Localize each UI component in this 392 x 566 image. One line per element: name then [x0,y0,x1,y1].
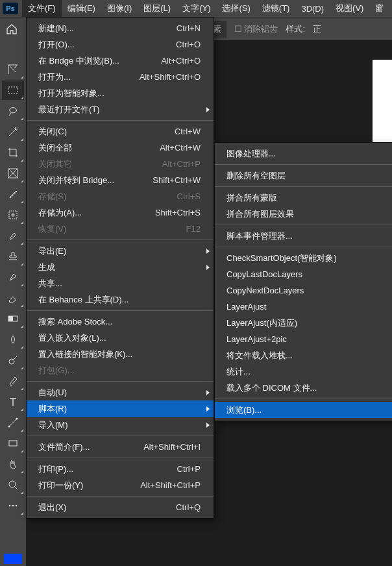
file-menu-item-3[interactable]: 打开为...Alt+Shift+Ctrl+O [27,69,214,85]
tool-move-icon[interactable] [2,60,24,79]
file-menu-item-label: 打开为智能对象... [38,88,104,99]
file-menu-item-5[interactable]: 最近打开文件(T) [27,101,214,117]
file-menu-item-label: 最近打开文件(T) [38,104,100,116]
scripts-menu-item-14[interactable]: LayerAjust+2pic [215,331,392,347]
tool-eyedrop-icon[interactable] [2,184,24,204]
tool-rect-icon[interactable] [2,434,24,453]
svg-rect-4 [8,316,13,321]
file-menu-separator [27,310,214,311]
tool-wand-icon[interactable] [2,122,24,142]
file-menu-item-10[interactable]: 关闭并转到 Bridge...Shift+Ctrl+W [27,172,214,188]
file-menu-item-12[interactable]: 存储为(A)...Shift+Ctrl+S [27,204,214,221]
submenu-arrow-icon [206,107,210,112]
file-menu-item-label: 恢复(V) [38,223,66,235]
file-menu-item-26[interactable]: 脚本(R) [27,400,214,417]
file-menu-item-7[interactable]: 关闭(C)Ctrl+W [27,123,214,140]
tool-blur-icon[interactable] [2,330,24,349]
file-menu-item-shortcut: Shift+Ctrl+W [153,175,201,185]
file-menu-item-4[interactable]: 打开为智能对象... [27,85,214,101]
scripts-menu-item-19[interactable]: 浏览(B)... [215,402,392,418]
tool-frame-icon[interactable] [2,164,24,183]
tool-heal-icon[interactable] [2,205,24,225]
file-menu-item-label: 关闭其它 [38,158,72,170]
scripts-menu-item-label: 拼合所有图层效果 [227,208,294,220]
scripts-menu-item-4[interactable]: 拼合所有蒙版 [215,190,392,206]
tool-history-icon[interactable] [2,267,24,287]
scripts-menu-item-0[interactable]: 图像处理器... [215,145,392,162]
file-menu-item-0[interactable]: 新建(N)...Ctrl+N [27,20,214,36]
tool-pen-icon[interactable] [2,371,24,391]
file-menu-item-27[interactable]: 导入(M) [27,417,214,433]
menu-文字(Y)[interactable]: 文字(Y) [177,0,216,17]
tool-lasso-icon[interactable] [2,101,24,121]
file-menu-item-17[interactable]: 共享... [27,275,214,291]
file-menu-item-31[interactable]: 打印(P)...Ctrl+P [27,461,214,477]
file-menu-item-label: 导入(M) [38,419,68,431]
file-menu-separator [27,240,214,240]
tool-brush-icon[interactable] [2,226,24,245]
file-menu-item-18[interactable]: 在 Behance 上共享(D)... [27,291,214,308]
file-menu-item-2[interactable]: 在 Bridge 中浏览(B)...Alt+Ctrl+O [27,53,214,69]
file-menu-item-20[interactable]: 搜索 Adobe Stock... [27,314,214,330]
file-menu-item-8[interactable]: 关闭全部Alt+Ctrl+W [27,140,214,156]
file-menu-item-32[interactable]: 打印一份(Y)Alt+Shift+Ctrl+P [27,477,214,493]
file-menu-item-label: 脚本(R) [38,403,67,415]
menu-3D(D)[interactable]: 3D(D) [295,1,330,16]
file-menu-item-15[interactable]: 导出(E) [27,243,214,259]
menu-图像(I)[interactable]: 图像(I) [101,0,138,17]
style-value[interactable]: 正 [313,23,321,35]
scripts-menu-item-5[interactable]: 拼合所有图层效果 [215,206,392,222]
tool-zoom-icon[interactable] [2,475,24,495]
submenu-arrow-icon [206,423,210,428]
home-icon[interactable] [3,20,21,38]
tool-dodge-icon[interactable] [2,351,24,370]
menubar: Ps 文件(F)编辑(E)图像(I)图层(L)文字(Y)选择(S)滤镜(T)3D… [0,0,392,17]
scripts-menu-item-9[interactable]: CheckSmartObject(智能对象) [215,250,392,266]
file-menu-item-shortcut: Ctrl+N [177,23,201,33]
file-menu-item-22[interactable]: 置入链接的智能对象(K)... [27,346,214,362]
menu-文件(F)[interactable]: 文件(F) [22,0,62,17]
tool-gradient-icon[interactable] [2,309,24,328]
menu-编辑(E)[interactable]: 编辑(E) [62,0,101,17]
file-menu-item-16[interactable]: 生成 [27,259,214,275]
file-menu-item-1[interactable]: 打开(O)...Ctrl+O [27,36,214,53]
svg-rect-0 [8,87,18,93]
file-menu-item-29[interactable]: 文件简介(F)...Alt+Shift+Ctrl+I [27,439,214,455]
file-menu-item-shortcut: Ctrl+S [177,191,201,201]
menu-窗[interactable]: 窗 [369,0,389,17]
menu-滤镜(T)[interactable]: 滤镜(T) [256,0,296,17]
tool-stamp-icon[interactable] [2,247,24,266]
file-menu-item-label: 置入嵌入对象(L)... [38,332,106,344]
scripts-menu-item-2[interactable]: 删除所有空图层 [215,167,392,184]
tool-marquee-icon[interactable] [2,80,24,100]
swatch-area [0,552,26,566]
menu-选择(S)[interactable]: 选择(S) [216,0,256,17]
tool-hand-icon[interactable] [2,454,24,474]
scripts-menu-item-label: LayerAjust [227,302,266,312]
scripts-menu-item-15[interactable]: 将文件载入堆栈... [215,347,392,363]
scripts-menu-item-12[interactable]: LayerAjust [215,299,392,315]
file-menu-item-label: 新建(N)... [38,23,74,34]
scripts-menu-item-16[interactable]: 统计... [215,363,392,380]
tool-more-icon[interactable] [2,496,24,515]
svg-point-11 [12,505,14,507]
tool-eraser-icon[interactable] [2,288,24,308]
scripts-menu-item-label: CopyLastDocLayers [227,269,302,279]
tool-path-icon[interactable] [2,413,24,432]
scripts-menu-item-13[interactable]: LayerAjust(内适应) [215,315,392,331]
scripts-menu-item-7[interactable]: 脚本事件管理器... [215,228,392,244]
scripts-menu-item-11[interactable]: CopyNextDocLayers [215,282,392,299]
scripts-menu-item-17[interactable]: 载入多个 DICOM 文件... [215,380,392,396]
file-menu-item-label: 生成 [38,262,55,273]
menu-图层(L)[interactable]: 图层(L) [138,0,177,17]
file-menu-item-25[interactable]: 自动(U) [27,384,214,400]
menu-视图(V)[interactable]: 视图(V) [330,0,369,17]
file-menu-item-34[interactable]: 退出(X)Ctrl+Q [27,499,214,515]
tool-type-icon[interactable] [2,392,24,412]
tool-crop-icon[interactable] [2,143,24,162]
file-menu-item-21[interactable]: 置入嵌入对象(L)... [27,330,214,346]
foreground-color[interactable] [4,554,22,564]
scripts-menu-item-10[interactable]: CopyLastDocLayers [215,266,392,282]
antialias-checkbox[interactable]: ☐ 消除锯齿 [234,23,278,35]
scripts-submenu: 图像处理器...删除所有空图层拼合所有蒙版拼合所有图层效果脚本事件管理器...C… [214,142,392,421]
